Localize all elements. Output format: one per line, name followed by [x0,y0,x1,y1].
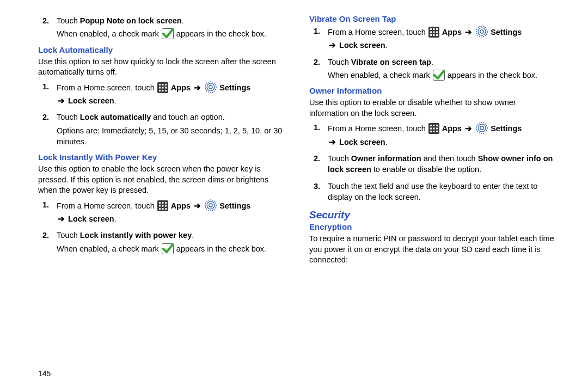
svg-point-39 [478,28,486,35]
svg-point-13 [209,85,212,89]
list-item: Touch Popup Note on lock screen. When en… [38,15,284,40]
svg-rect-33 [433,32,434,33]
svg-rect-23 [165,208,167,210]
svg-rect-5 [159,87,161,88]
svg-rect-34 [436,32,438,33]
arrow-icon: ➔ [57,215,68,223]
svg-rect-3 [162,84,163,85]
svg-rect-48 [436,128,438,130]
manual-page: Touch Popup Note on lock screen. When en… [0,0,588,392]
step-subtext: When enabled, a check mark appears in th… [57,243,284,254]
checkmark-icon [433,70,445,81]
list-item: Touch Vibrate on screen tap. When enable… [309,57,555,81]
arrow-icon: ➔ [462,124,475,133]
list-item: Touch Owner information and then touch S… [309,153,555,175]
heading-encryption: Encryption [309,222,555,231]
svg-rect-49 [430,131,432,132]
svg-point-25 [207,201,215,209]
svg-rect-45 [436,125,438,126]
heading-lock-automatically: Lock Automatically [38,45,284,54]
arrow-icon: ➔ [57,96,68,105]
arrow-icon: ➔ [462,28,475,36]
settings-icon [205,199,217,211]
svg-rect-8 [159,90,161,91]
arrow-icon: ➔ [328,41,339,50]
checkmark-icon [162,28,174,39]
svg-rect-31 [436,28,438,30]
left-column: Touch Popup Note on lock screen. When en… [38,14,284,387]
svg-rect-50 [433,131,434,132]
svg-rect-51 [436,131,438,132]
step-text: Touch [57,16,80,25]
svg-rect-6 [162,87,163,88]
svg-rect-10 [165,90,167,91]
paragraph: Use this option to set how quickly to lo… [38,57,284,78]
checkmark-icon [162,243,174,254]
arrow-icon: ➔ [191,201,204,210]
svg-rect-32 [430,32,432,33]
heading-lock-power-key: Lock Instantly With Power Key [38,152,284,162]
svg-rect-17 [165,202,167,204]
list-item: From a Home screen, touch Apps ➔ Setting… [309,122,555,148]
svg-rect-30 [433,28,434,30]
svg-rect-35 [430,34,432,36]
owner-info-steps: From a Home screen, touch Apps ➔ Setting… [309,122,555,203]
svg-rect-9 [162,90,163,91]
svg-rect-44 [433,125,434,126]
right-column: Vibrate On Screen Tap From a Home screen… [309,14,555,387]
heading-owner-info: Owner Information [309,86,555,95]
apps-icon [428,27,439,38]
svg-point-26 [209,204,212,207]
list-item: From a Home screen, touch Apps ➔ Setting… [309,26,555,51]
svg-point-40 [480,30,483,33]
settings-icon [476,26,488,38]
step-bold: Popup Note on lock screen [80,16,182,25]
svg-rect-4 [165,84,167,85]
list-item: From a Home screen, touch Apps ➔ Setting… [38,81,284,107]
svg-rect-2 [159,84,161,85]
svg-point-54 [480,126,483,130]
lock-power-steps: From a Home screen, touch Apps ➔ Setting… [38,199,284,254]
popup-note-steps: Touch Popup Note on lock screen. When en… [38,15,284,40]
svg-rect-47 [433,128,434,130]
svg-rect-37 [436,34,438,36]
svg-rect-22 [162,208,163,210]
svg-rect-36 [433,34,434,36]
svg-rect-20 [165,205,167,206]
svg-rect-21 [159,208,161,210]
vibrate-steps: From a Home screen, touch Apps ➔ Setting… [309,26,555,81]
svg-rect-18 [159,205,161,206]
list-item: Touch Lock instantly with power key. Whe… [38,230,284,254]
arrow-icon: ➔ [191,83,204,92]
step-subtext: When enabled, a check mark appears in th… [57,28,284,39]
list-item: Touch Lock automatically and touch an op… [38,112,284,147]
paragraph: Use this option to enable or disable whe… [309,97,555,119]
svg-rect-29 [430,28,432,30]
heading-vibrate: Vibrate On Screen Tap [309,14,555,23]
apps-icon [428,123,439,134]
svg-rect-19 [162,205,163,206]
lock-auto-steps: From a Home screen, touch Apps ➔ Setting… [38,81,284,147]
arrow-icon: ➔ [328,138,339,146]
svg-rect-16 [162,202,163,204]
settings-icon [476,122,488,134]
list-item: From a Home screen, touch Apps ➔ Setting… [38,199,284,225]
svg-point-53 [478,124,486,132]
apps-icon [157,200,168,211]
settings-icon [205,81,217,93]
paragraph: Use this option to enable the lock scree… [38,164,284,196]
svg-rect-46 [430,128,432,130]
svg-point-12 [207,83,215,91]
page-number: 145 [38,369,51,378]
step-text: . [182,16,184,25]
paragraph: To require a numeric PIN or password to … [309,234,555,266]
svg-rect-7 [165,87,167,88]
list-item: Touch the text field and use the keyboar… [309,181,555,203]
apps-icon [157,82,168,93]
svg-rect-15 [159,202,161,204]
heading-security: Security [309,209,555,221]
svg-rect-43 [430,125,432,126]
